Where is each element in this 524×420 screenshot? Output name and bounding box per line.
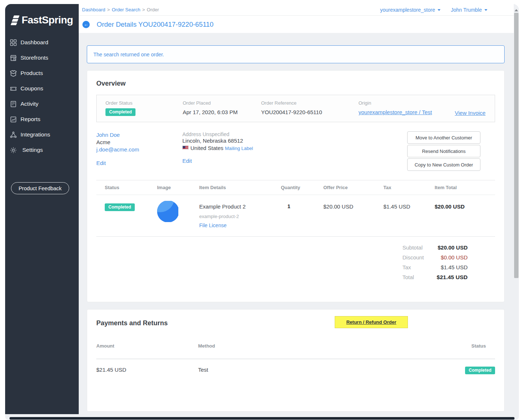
sidebar-item-label: Coupons [21, 85, 43, 92]
subtotal-row: Subtotal $20.00 USD [402, 244, 468, 251]
address-country: United States [190, 145, 223, 151]
payment-amount: $21.45 USD [96, 367, 198, 374]
total-row: Total $21.45 USD [402, 274, 468, 281]
copy-to-new-custom-order-button[interactable]: Copy to New Custom Order [407, 158, 480, 171]
title-bar: ← Order Details YOU200417-9220-65110 [79, 16, 514, 33]
sidebar-item-label: Integrations [21, 131, 50, 138]
chevron-down-icon [438, 9, 441, 11]
item-quantity: 1 [281, 203, 323, 209]
page-title: Order Details YOU200417-9220-65110 [97, 20, 213, 29]
scroll-up-arrow-icon[interactable] [514, 9, 518, 11]
order-reference-field: Order Reference YOU200417-9220-65110 [261, 100, 358, 122]
view-invoice-link[interactable]: View Invoice [455, 110, 486, 116]
integrations-nodes-icon [10, 131, 17, 139]
tax-row: Tax $1.45 USD [402, 264, 468, 270]
edit-customer-link[interactable]: Edit [96, 160, 106, 167]
sidebar-item-storefronts[interactable]: Storefronts [5, 50, 79, 65]
item-offer-price: $20.00 USD [323, 203, 383, 210]
sidebar-item-reports[interactable]: Reports [5, 112, 79, 127]
sidebar-item-products[interactable]: Products [5, 65, 79, 81]
sidebar-item-coupons[interactable]: Coupons [5, 81, 79, 96]
item-row: Completed Example Product 2 [96, 195, 495, 237]
overview-heading: Overview [96, 80, 495, 87]
customer-section: John Doe Acme j.doe@acme.com Edit Addres… [96, 131, 495, 171]
app-window: FastSpring Dashboard Storefronts Product… [5, 4, 519, 420]
sidebar-item-label: Settings [22, 147, 43, 153]
customer-email-link[interactable]: j.doe@acme.com [96, 146, 139, 153]
return-refund-order-button[interactable]: Return / Refund Order [335, 316, 408, 328]
breadcrumb-separator: > [142, 7, 145, 12]
reports-chart-icon [10, 116, 17, 123]
origin-link[interactable]: yourexamplestore_store / Test [358, 109, 432, 115]
order-actions: Move to Another Customer Resend Notifica… [407, 131, 495, 171]
file-license-link[interactable]: File License [199, 222, 227, 228]
sidebar-item-dashboard[interactable]: Dashboard [5, 35, 79, 50]
main-area: Dashboard > Order Search > Order yourexa… [79, 4, 514, 420]
topbar: Dashboard > Order Search > Order yourexa… [79, 4, 514, 16]
payment-status-badge: Completed [465, 367, 495, 374]
coupon-ticket-icon [10, 85, 17, 93]
address-line1: Address Unspecified [182, 131, 407, 137]
scrollbar[interactable] [514, 4, 519, 414]
payment-row: $21.45 USD Test Completed [96, 359, 495, 374]
sidebar-item-label: Storefronts [21, 55, 48, 61]
fastspring-logo: FastSpring [10, 14, 79, 26]
customer-company: Acme [96, 139, 182, 146]
sidebar: FastSpring Dashboard Storefronts Product… [5, 4, 79, 414]
fastspring-logo-icon [10, 15, 20, 26]
store-menu[interactable]: yourexamplestore_store [380, 7, 441, 13]
product-image [157, 201, 178, 222]
item-slug: example-product-2 [199, 214, 281, 219]
product-feedback-button[interactable]: Product Feedback [11, 182, 69, 194]
breadcrumb-order-search[interactable]: Order Search [112, 7, 140, 12]
sidebar-nav: Dashboard Storefronts Products Coupons A… [5, 35, 79, 158]
settings-gear-icon [10, 146, 17, 154]
sidebar-item-label: Reports [21, 116, 40, 123]
origin-field: Origin yourexamplestore_store / Test [358, 100, 455, 122]
resend-notifications-button[interactable]: Resend Notifications [407, 145, 480, 157]
window-bottom-edge [10, 417, 514, 420]
sidebar-item-settings[interactable]: Settings [5, 142, 79, 158]
info-alert: The search returned one order. [87, 45, 505, 63]
customer-name-link[interactable]: John Doe [96, 132, 120, 138]
order-placed-field: Order Placed Apr 17, 2020, 6:03 PM [183, 100, 261, 122]
item-status-badge: Completed [105, 203, 135, 211]
products-box-icon [10, 70, 17, 77]
brand-name: FastSpring [22, 14, 73, 26]
move-to-another-customer-button[interactable]: Move to Another Customer [407, 131, 480, 144]
activity-list-icon [10, 100, 17, 108]
edit-address-link[interactable]: Edit [182, 157, 192, 165]
topbar-menus: yourexamplestore_store John Trumble [380, 7, 487, 13]
customer-info: John Doe Acme j.doe@acme.com Edit [96, 131, 182, 171]
item-tax: $1.45 USD [383, 203, 435, 210]
sidebar-item-activity[interactable]: Activity [5, 96, 79, 112]
address-line2: Lincoln, Nebraska 68512 [182, 137, 407, 145]
chevron-down-icon [484, 9, 487, 11]
order-items-table: Status Image Item Details Quantity Offer… [96, 180, 495, 237]
sidebar-item-label: Dashboard [21, 39, 48, 46]
item-name: Example Product 2 [199, 203, 281, 210]
sidebar-item-label: Activity [21, 101, 38, 107]
order-summary-strip: Order Status Completed Order Placed Apr … [96, 95, 495, 122]
discount-row: Discount $0.00 USD [402, 254, 468, 260]
user-menu[interactable]: John Trumble [451, 7, 487, 13]
payments-card: Payments and Returns Return / Refund Ord… [87, 309, 505, 412]
order-totals: Subtotal $20.00 USD Discount $0.00 USD T… [96, 244, 495, 284]
item-total: $20.00 USD [435, 203, 495, 210]
mailing-label-link[interactable]: Mailing Label [225, 146, 253, 151]
order-status-field: Order Status Completed [105, 100, 183, 122]
back-button[interactable]: ← [82, 21, 90, 28]
alert-message: The search returned one order. [93, 52, 164, 57]
sidebar-item-label: Products [21, 70, 43, 76]
payments-heading: Payments and Returns [96, 319, 495, 327]
sidebar-item-integrations[interactable]: Integrations [5, 127, 79, 142]
us-flag-icon [182, 146, 189, 150]
scrollbar-thumb[interactable] [514, 13, 519, 278]
breadcrumb-separator: > [107, 7, 110, 12]
storefront-icon [10, 54, 17, 62]
items-table-header: Status Image Item Details Quantity Offer… [96, 180, 495, 195]
page-content: The search returned one order. Overview … [79, 33, 514, 420]
breadcrumb-dashboard[interactable]: Dashboard [82, 7, 105, 12]
order-status-badge: Completed [105, 108, 135, 116]
payments-table-header: Amount Method Status [96, 343, 495, 359]
